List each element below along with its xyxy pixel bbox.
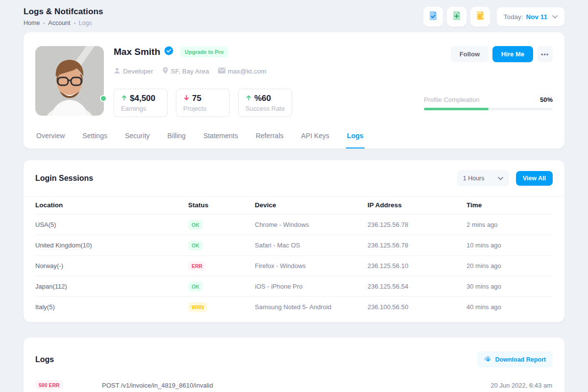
tab-overview[interactable]: Overview: [35, 129, 66, 148]
session-ip: 236.125.56.54: [368, 283, 466, 290]
profile-meta-label: Developer: [123, 68, 153, 75]
profile-stats: $4,500Earnings75Projects%60Success Rate: [114, 89, 292, 117]
profile-name[interactable]: Max Smith: [114, 47, 160, 57]
profile-completion: Profile Compleation 50%: [424, 96, 553, 110]
stat-value: %60: [245, 94, 285, 103]
breadcrumb-separator: [74, 23, 75, 24]
file-check-icon: [428, 10, 439, 23]
upgrade-to-pro-badge[interactable]: Upgrade to Pro: [180, 47, 228, 57]
arrow-up-icon: [121, 94, 127, 103]
column-header-ip-address: IP Address: [368, 201, 466, 209]
log-date: 20 Jun 2022, 6:43 am: [490, 382, 553, 389]
tab-api-keys[interactable]: API Keys: [300, 129, 331, 148]
table-row: Japan(112)OKiOS - iPhone Pro236.125.56.5…: [35, 276, 553, 296]
login-sessions-card: Login Sessions 1 Hours View All Location…: [24, 160, 564, 322]
tab-security[interactable]: Security: [124, 129, 151, 148]
hours-filter-select[interactable]: 1 Hours: [457, 170, 509, 186]
stat-number: 75: [192, 94, 201, 103]
session-ip: 236.125.56.78: [368, 221, 466, 228]
profile-meta-item[interactable]: max@kt.com: [218, 67, 267, 75]
log-request-path: POST /v1/invoice/in_4819_8610/invalid: [102, 382, 490, 389]
session-time: 10 mins ago: [466, 242, 553, 249]
column-header-status: Status: [188, 201, 255, 209]
download-report-button[interactable]: Download Report: [477, 351, 553, 368]
completion-progress-track: [424, 108, 553, 110]
stat-box: %60Success Rate: [238, 89, 292, 117]
file-lines-button[interactable]: [470, 7, 490, 26]
session-location[interactable]: United Kingdom(10): [35, 242, 188, 249]
follow-button[interactable]: Follow: [451, 46, 489, 62]
profile-meta-label: SF, Bay Area: [171, 68, 209, 75]
table-row: Norway(-)ERRFirefox - Windows236.125.56.…: [35, 255, 553, 276]
session-status: WRN: [188, 302, 255, 312]
tab-settings[interactable]: Settings: [81, 129, 108, 148]
arrow-down-icon: [183, 94, 190, 103]
stat-number: $4,500: [130, 94, 155, 103]
session-ip: 236.100.56.50: [368, 303, 466, 311]
file-plus-button[interactable]: [447, 7, 466, 26]
mail-icon: [218, 68, 225, 75]
column-header-time: Time: [466, 201, 553, 209]
more-options-button[interactable]: •••: [537, 46, 553, 62]
session-device: Firefox - Windows: [255, 262, 368, 270]
stat-box: 75Projects: [176, 89, 230, 117]
column-header-device: Device: [255, 201, 368, 209]
session-location[interactable]: Norway(-): [35, 262, 188, 270]
file-plus-icon: [451, 10, 462, 23]
session-location[interactable]: Italy(5): [35, 303, 188, 311]
stat-label: Projects: [183, 105, 222, 112]
stat-label: Earnings: [121, 105, 160, 112]
view-all-button[interactable]: View All: [516, 171, 553, 186]
tab-billing[interactable]: Billing: [167, 129, 187, 148]
session-status: OK: [188, 220, 255, 230]
session-time: 30 mins ago: [466, 283, 553, 290]
profile-meta-item[interactable]: Developer: [114, 67, 153, 75]
logs-card: Logs Download Report 500 ERRPOST /v1/inv…: [24, 338, 564, 392]
session-ip: 236.125.56.78: [368, 242, 466, 249]
status-badge: WRN: [188, 302, 207, 312]
topbar: Logs & Notifcations HomeAccountLogs Toda…: [0, 0, 588, 32]
status-badge: OK: [188, 241, 203, 250]
date-picker[interactable]: Today: Nov 11: [497, 7, 564, 26]
stat-value: $4,500: [121, 94, 160, 103]
file-lines-icon: [475, 10, 486, 23]
hire-me-button[interactable]: Hire Me: [492, 46, 533, 62]
session-device: Chrome - Windows: [255, 221, 368, 228]
session-device: iOS - iPhone Pro: [255, 283, 368, 290]
location-pin-icon: [162, 67, 169, 75]
sessions-table: LocationStatusDeviceIP AddressTime USA(5…: [24, 196, 564, 317]
session-device: Samsung Noted 5- Android: [255, 303, 368, 311]
breadcrumb-item[interactable]: Logs: [79, 20, 92, 26]
tab-logs[interactable]: Logs: [346, 129, 364, 148]
login-sessions-title: Login Sessions: [35, 174, 93, 183]
completion-progress-fill: [424, 108, 489, 110]
table-row: USA(5)OKChrome - Windows236.125.56.782 m…: [35, 214, 553, 235]
verified-badge-icon: [164, 46, 173, 57]
status-badge: ERR: [188, 261, 206, 271]
breadcrumb: HomeAccountLogs: [24, 20, 103, 26]
log-row: 500 ERRPOST /v1/invoice/in_4819_8610/inv…: [35, 380, 553, 390]
session-location[interactable]: USA(5): [35, 221, 188, 228]
session-status: OK: [188, 282, 255, 292]
file-check-button[interactable]: [423, 7, 443, 26]
status-badge: OK: [188, 220, 203, 230]
session-status: ERR: [188, 261, 255, 271]
breadcrumb-item[interactable]: Home: [24, 20, 40, 26]
breadcrumb-item[interactable]: Account: [48, 20, 70, 26]
stat-value: 75: [183, 94, 222, 103]
chevron-down-icon: [552, 15, 558, 19]
session-time: 2 mins ago: [466, 221, 553, 228]
sessions-table-body: USA(5)OKChrome - Windows236.125.56.782 m…: [35, 214, 553, 317]
log-status-badge: 500 ERR: [35, 380, 63, 390]
profile-meta-item[interactable]: SF, Bay Area: [162, 67, 209, 75]
session-location[interactable]: Japan(112): [35, 283, 188, 290]
tab-referrals[interactable]: Referrals: [255, 129, 285, 148]
session-ip: 236.125.56.10: [368, 262, 466, 270]
topbar-actions: Today: Nov 11: [423, 7, 564, 26]
profile-meta: DeveloperSF, Bay Areamax@kt.com: [114, 67, 553, 75]
profile-tabs: OverviewSettingsSecurityBillingStatement…: [35, 129, 553, 148]
date-label: Today:: [504, 13, 523, 21]
download-report-label: Download Report: [495, 356, 546, 363]
stat-box: $4,500Earnings: [114, 89, 168, 117]
tab-statements[interactable]: Statements: [202, 129, 239, 148]
